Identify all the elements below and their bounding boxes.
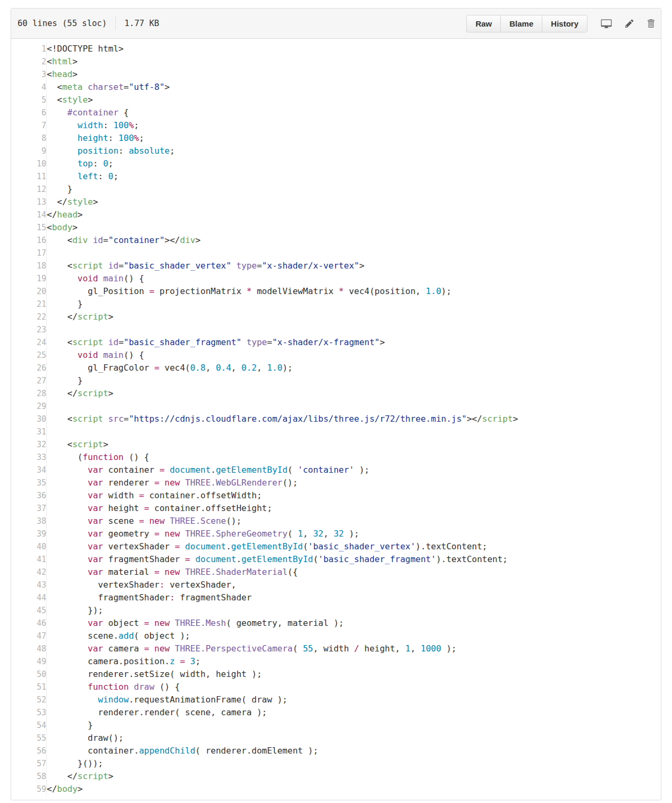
line-number[interactable]: 54: [11, 719, 47, 732]
line-number[interactable]: 20: [11, 285, 47, 298]
trash-icon: [647, 19, 654, 28]
code-line: 36 var width = container.offsetWidth;: [11, 489, 661, 502]
line-number[interactable]: 52: [11, 693, 47, 706]
code-line-content: var container = document.getElementById(…: [47, 464, 661, 476]
blame-button[interactable]: Blame: [500, 15, 542, 32]
code-line: 8 height: 100%;: [11, 132, 661, 145]
line-number[interactable]: 48: [11, 642, 47, 655]
code-line-content: [47, 425, 661, 438]
line-number[interactable]: 32: [11, 438, 47, 451]
line-number[interactable]: 37: [11, 502, 47, 515]
line-number[interactable]: 19: [11, 272, 47, 285]
code-line-content: var renderer = new THREE.WebGLRenderer()…: [47, 476, 661, 489]
line-number[interactable]: 10: [11, 157, 47, 170]
code-line: 14</head>: [11, 208, 661, 221]
line-number[interactable]: 33: [11, 451, 47, 464]
line-number[interactable]: 46: [11, 617, 47, 630]
line-number[interactable]: 41: [11, 553, 47, 566]
line-number[interactable]: 16: [11, 234, 47, 247]
raw-button[interactable]: Raw: [466, 15, 501, 32]
line-number[interactable]: 45: [11, 604, 47, 617]
line-number[interactable]: 1: [11, 43, 47, 55]
code-line-content: }: [47, 298, 661, 311]
line-number[interactable]: 29: [11, 400, 47, 413]
line-number[interactable]: 39: [11, 528, 47, 540]
line-number[interactable]: 3: [11, 68, 47, 81]
code-line-content: scene.add( object );: [47, 630, 661, 642]
code-line: 2<html>: [11, 55, 661, 68]
line-number[interactable]: 5: [11, 94, 47, 106]
code-line: 19 void main() {: [11, 272, 661, 285]
line-number[interactable]: 11: [11, 170, 47, 183]
code-table-body: 1<!DOCTYPE html>2<html>3<head>4 <meta ch…: [11, 43, 661, 796]
line-number[interactable]: 31: [11, 425, 47, 438]
code-line: 43 vertexShader: vertexShader,: [11, 579, 661, 591]
code-line: 42 var material = new THREE.ShaderMateri…: [11, 566, 661, 579]
code-line: 40 var vertexShader = document.getElemen…: [11, 540, 661, 553]
line-number[interactable]: 17: [11, 247, 47, 260]
line-number[interactable]: 28: [11, 387, 47, 400]
code-line: 33 (function () {: [11, 451, 661, 464]
code-line: 20 gl_Position = projectionMatrix * mode…: [11, 285, 661, 298]
code-line: 18 <script id="basic_shader_vertex" type…: [11, 260, 661, 272]
line-number[interactable]: 15: [11, 221, 47, 234]
line-number[interactable]: 6: [11, 106, 47, 119]
line-number[interactable]: 42: [11, 566, 47, 579]
code-line-content: var vertexShader = document.getElementBy…: [47, 540, 661, 553]
line-number[interactable]: 13: [11, 196, 47, 208]
line-number[interactable]: 12: [11, 183, 47, 196]
line-number[interactable]: 51: [11, 681, 47, 693]
line-number[interactable]: 26: [11, 362, 47, 374]
code-line: 5 <style>: [11, 94, 661, 106]
line-number[interactable]: 38: [11, 515, 47, 528]
history-button[interactable]: History: [542, 15, 587, 32]
code-line: 58 </script>: [11, 770, 661, 783]
line-number[interactable]: 56: [11, 745, 47, 757]
line-number[interactable]: 9: [11, 145, 47, 157]
line-number[interactable]: 21: [11, 298, 47, 311]
code-line-content: </style>: [47, 196, 661, 208]
delete-file-button[interactable]: [647, 19, 654, 28]
line-number[interactable]: 30: [11, 413, 47, 425]
code-line: 25 void main() {: [11, 349, 661, 362]
line-number[interactable]: 50: [11, 668, 47, 681]
line-number[interactable]: 2: [11, 55, 47, 68]
line-number[interactable]: 27: [11, 374, 47, 387]
line-number[interactable]: 55: [11, 732, 47, 745]
line-number[interactable]: 49: [11, 655, 47, 668]
line-number[interactable]: 8: [11, 132, 47, 145]
line-number[interactable]: 23: [11, 323, 47, 336]
code-line-content: var camera = new THREE.PerspectiveCamera…: [47, 642, 661, 655]
code-line: 50 renderer.setSize( width, height );: [11, 668, 661, 681]
code-line-content: }());: [47, 757, 661, 770]
line-number[interactable]: 22: [11, 311, 47, 323]
line-number[interactable]: 34: [11, 464, 47, 476]
code-line-content: <script src="https://cdnjs.cloudflare.co…: [47, 413, 661, 425]
code-line: 27 }: [11, 374, 661, 387]
open-in-desktop-button[interactable]: [601, 18, 612, 29]
edit-file-button[interactable]: [625, 19, 634, 28]
line-number[interactable]: 7: [11, 119, 47, 132]
code-line-content: vertexShader: vertexShader,: [47, 579, 661, 591]
line-number[interactable]: 40: [11, 540, 47, 553]
line-number[interactable]: 44: [11, 591, 47, 604]
file-actions: Raw Blame History: [466, 15, 654, 32]
line-number[interactable]: 47: [11, 630, 47, 642]
code-line-content: (function () {: [47, 451, 661, 464]
code-line-content: var geometry = new THREE.SphereGeometry(…: [47, 528, 661, 540]
code-line: 57 }());: [11, 757, 661, 770]
line-number[interactable]: 14: [11, 208, 47, 221]
line-number[interactable]: 36: [11, 489, 47, 502]
line-number[interactable]: 53: [11, 706, 47, 719]
code-table: 1<!DOCTYPE html>2<html>3<head>4 <meta ch…: [11, 43, 661, 796]
line-number[interactable]: 43: [11, 579, 47, 591]
line-number[interactable]: 4: [11, 81, 47, 94]
line-number[interactable]: 18: [11, 260, 47, 272]
line-number[interactable]: 24: [11, 336, 47, 349]
code-line: 17: [11, 247, 661, 260]
line-number[interactable]: 25: [11, 349, 47, 362]
line-number[interactable]: 59: [11, 783, 47, 796]
line-number[interactable]: 35: [11, 476, 47, 489]
line-number[interactable]: 58: [11, 770, 47, 783]
line-number[interactable]: 57: [11, 757, 47, 770]
